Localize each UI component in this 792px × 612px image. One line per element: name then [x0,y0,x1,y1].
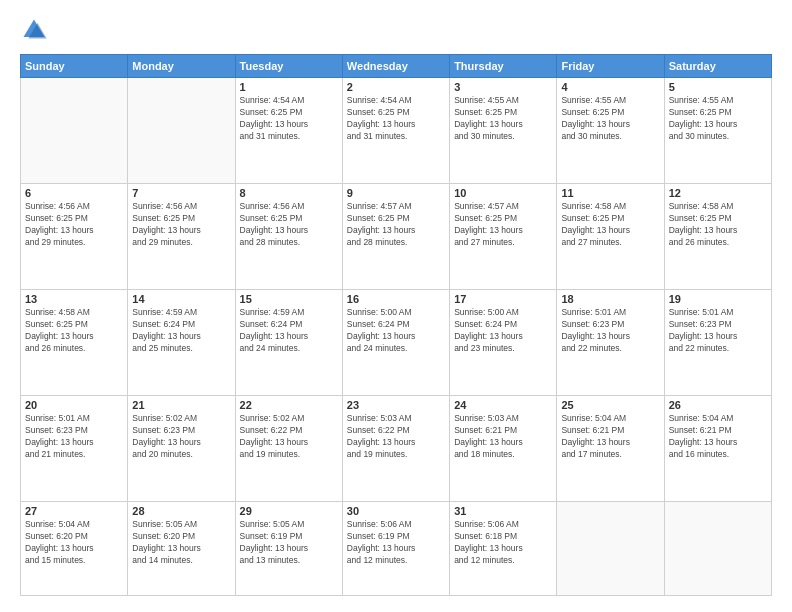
calendar-cell [664,502,771,596]
day-number: 18 [561,293,659,305]
day-number: 5 [669,81,767,93]
day-number: 13 [25,293,123,305]
day-info: Sunrise: 5:04 AM Sunset: 6:21 PM Dayligh… [669,413,767,461]
calendar-cell: 18Sunrise: 5:01 AM Sunset: 6:23 PM Dayli… [557,290,664,396]
day-number: 31 [454,505,552,517]
calendar-cell: 5Sunrise: 4:55 AM Sunset: 6:25 PM Daylig… [664,78,771,184]
day-info: Sunrise: 5:01 AM Sunset: 6:23 PM Dayligh… [669,307,767,355]
calendar-cell: 1Sunrise: 4:54 AM Sunset: 6:25 PM Daylig… [235,78,342,184]
day-number: 11 [561,187,659,199]
calendar-cell: 10Sunrise: 4:57 AM Sunset: 6:25 PM Dayli… [450,184,557,290]
day-info: Sunrise: 4:56 AM Sunset: 6:25 PM Dayligh… [240,201,338,249]
calendar-week-row: 20Sunrise: 5:01 AM Sunset: 6:23 PM Dayli… [21,396,772,502]
header-day: Thursday [450,55,557,78]
day-number: 28 [132,505,230,517]
calendar-cell: 15Sunrise: 4:59 AM Sunset: 6:24 PM Dayli… [235,290,342,396]
calendar-cell: 8Sunrise: 4:56 AM Sunset: 6:25 PM Daylig… [235,184,342,290]
day-number: 8 [240,187,338,199]
day-info: Sunrise: 4:56 AM Sunset: 6:25 PM Dayligh… [132,201,230,249]
day-number: 7 [132,187,230,199]
day-number: 23 [347,399,445,411]
calendar-cell: 17Sunrise: 5:00 AM Sunset: 6:24 PM Dayli… [450,290,557,396]
day-number: 2 [347,81,445,93]
logo [20,16,52,44]
day-info: Sunrise: 5:06 AM Sunset: 6:19 PM Dayligh… [347,519,445,567]
calendar-cell: 7Sunrise: 4:56 AM Sunset: 6:25 PM Daylig… [128,184,235,290]
day-number: 12 [669,187,767,199]
calendar-cell: 28Sunrise: 5:05 AM Sunset: 6:20 PM Dayli… [128,502,235,596]
day-info: Sunrise: 4:59 AM Sunset: 6:24 PM Dayligh… [132,307,230,355]
calendar-cell: 2Sunrise: 4:54 AM Sunset: 6:25 PM Daylig… [342,78,449,184]
calendar-cell: 29Sunrise: 5:05 AM Sunset: 6:19 PM Dayli… [235,502,342,596]
day-number: 26 [669,399,767,411]
header-day: Wednesday [342,55,449,78]
header-day: Monday [128,55,235,78]
calendar-cell: 12Sunrise: 4:58 AM Sunset: 6:25 PM Dayli… [664,184,771,290]
day-info: Sunrise: 5:04 AM Sunset: 6:20 PM Dayligh… [25,519,123,567]
day-info: Sunrise: 4:54 AM Sunset: 6:25 PM Dayligh… [347,95,445,143]
day-number: 9 [347,187,445,199]
calendar-cell: 6Sunrise: 4:56 AM Sunset: 6:25 PM Daylig… [21,184,128,290]
day-number: 24 [454,399,552,411]
calendar-cell: 13Sunrise: 4:58 AM Sunset: 6:25 PM Dayli… [21,290,128,396]
calendar-cell: 22Sunrise: 5:02 AM Sunset: 6:22 PM Dayli… [235,396,342,502]
day-info: Sunrise: 4:56 AM Sunset: 6:25 PM Dayligh… [25,201,123,249]
day-info: Sunrise: 5:02 AM Sunset: 6:23 PM Dayligh… [132,413,230,461]
calendar-cell [557,502,664,596]
calendar-week-row: 1Sunrise: 4:54 AM Sunset: 6:25 PM Daylig… [21,78,772,184]
page: SundayMondayTuesdayWednesdayThursdayFrid… [0,0,792,612]
day-number: 17 [454,293,552,305]
calendar-cell: 26Sunrise: 5:04 AM Sunset: 6:21 PM Dayli… [664,396,771,502]
day-info: Sunrise: 5:05 AM Sunset: 6:20 PM Dayligh… [132,519,230,567]
calendar-cell: 19Sunrise: 5:01 AM Sunset: 6:23 PM Dayli… [664,290,771,396]
day-info: Sunrise: 4:58 AM Sunset: 6:25 PM Dayligh… [25,307,123,355]
calendar-cell: 31Sunrise: 5:06 AM Sunset: 6:18 PM Dayli… [450,502,557,596]
day-number: 25 [561,399,659,411]
header-day: Tuesday [235,55,342,78]
header-row: SundayMondayTuesdayWednesdayThursdayFrid… [21,55,772,78]
calendar-cell: 25Sunrise: 5:04 AM Sunset: 6:21 PM Dayli… [557,396,664,502]
day-info: Sunrise: 5:00 AM Sunset: 6:24 PM Dayligh… [454,307,552,355]
day-info: Sunrise: 5:03 AM Sunset: 6:22 PM Dayligh… [347,413,445,461]
day-info: Sunrise: 4:58 AM Sunset: 6:25 PM Dayligh… [669,201,767,249]
day-info: Sunrise: 4:54 AM Sunset: 6:25 PM Dayligh… [240,95,338,143]
day-info: Sunrise: 4:55 AM Sunset: 6:25 PM Dayligh… [669,95,767,143]
day-info: Sunrise: 5:02 AM Sunset: 6:22 PM Dayligh… [240,413,338,461]
calendar-cell: 16Sunrise: 5:00 AM Sunset: 6:24 PM Dayli… [342,290,449,396]
day-info: Sunrise: 4:55 AM Sunset: 6:25 PM Dayligh… [454,95,552,143]
day-number: 29 [240,505,338,517]
calendar-table: SundayMondayTuesdayWednesdayThursdayFrid… [20,54,772,596]
day-number: 3 [454,81,552,93]
calendar-week-row: 13Sunrise: 4:58 AM Sunset: 6:25 PM Dayli… [21,290,772,396]
day-number: 6 [25,187,123,199]
day-number: 22 [240,399,338,411]
header [20,16,772,44]
calendar-cell: 23Sunrise: 5:03 AM Sunset: 6:22 PM Dayli… [342,396,449,502]
calendar-cell: 27Sunrise: 5:04 AM Sunset: 6:20 PM Dayli… [21,502,128,596]
day-number: 20 [25,399,123,411]
day-info: Sunrise: 5:05 AM Sunset: 6:19 PM Dayligh… [240,519,338,567]
day-number: 21 [132,399,230,411]
day-info: Sunrise: 4:57 AM Sunset: 6:25 PM Dayligh… [347,201,445,249]
calendar-cell: 9Sunrise: 4:57 AM Sunset: 6:25 PM Daylig… [342,184,449,290]
day-info: Sunrise: 5:01 AM Sunset: 6:23 PM Dayligh… [561,307,659,355]
day-info: Sunrise: 4:55 AM Sunset: 6:25 PM Dayligh… [561,95,659,143]
day-info: Sunrise: 5:01 AM Sunset: 6:23 PM Dayligh… [25,413,123,461]
calendar-cell [21,78,128,184]
calendar-cell: 21Sunrise: 5:02 AM Sunset: 6:23 PM Dayli… [128,396,235,502]
day-number: 10 [454,187,552,199]
calendar-cell: 30Sunrise: 5:06 AM Sunset: 6:19 PM Dayli… [342,502,449,596]
calendar-week-row: 27Sunrise: 5:04 AM Sunset: 6:20 PM Dayli… [21,502,772,596]
day-number: 4 [561,81,659,93]
calendar-cell: 4Sunrise: 4:55 AM Sunset: 6:25 PM Daylig… [557,78,664,184]
day-info: Sunrise: 5:03 AM Sunset: 6:21 PM Dayligh… [454,413,552,461]
calendar-cell: 20Sunrise: 5:01 AM Sunset: 6:23 PM Dayli… [21,396,128,502]
calendar-cell: 24Sunrise: 5:03 AM Sunset: 6:21 PM Dayli… [450,396,557,502]
header-day: Sunday [21,55,128,78]
day-info: Sunrise: 4:59 AM Sunset: 6:24 PM Dayligh… [240,307,338,355]
calendar-cell [128,78,235,184]
day-info: Sunrise: 5:04 AM Sunset: 6:21 PM Dayligh… [561,413,659,461]
calendar-cell: 14Sunrise: 4:59 AM Sunset: 6:24 PM Dayli… [128,290,235,396]
calendar-cell: 3Sunrise: 4:55 AM Sunset: 6:25 PM Daylig… [450,78,557,184]
day-info: Sunrise: 5:06 AM Sunset: 6:18 PM Dayligh… [454,519,552,567]
